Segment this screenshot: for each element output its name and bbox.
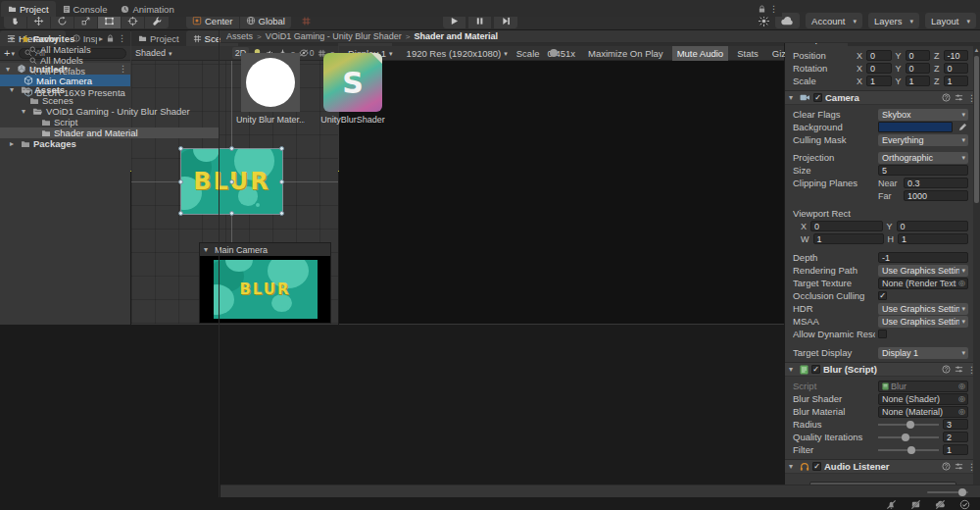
chevron-down-icon: ▾ <box>909 18 913 25</box>
project-folder-tree: ▾ Favorites All Materials All Models All… <box>0 30 220 497</box>
favorite-all-models[interactable]: All Models <box>0 55 219 66</box>
search-icon <box>29 68 37 76</box>
foldout-open-icon[interactable]: ▾ <box>10 34 18 43</box>
void1-folder-row[interactable]: ▾ VOiD1 Gaming - Unity Blur Shader <box>0 106 219 117</box>
search-icon <box>29 46 37 54</box>
material-sphere-preview <box>246 58 295 107</box>
notifications-muted-icon[interactable] <box>886 499 897 510</box>
scenes-folder-row[interactable]: Scenes <box>0 95 219 106</box>
favorites-row[interactable]: ▾ Favorites <box>0 33 219 44</box>
combined-transform-icon <box>127 16 138 26</box>
foldout-open-icon[interactable]: ▾ <box>10 85 18 94</box>
shader-material-folder-row[interactable]: Shader and Material <box>0 128 219 138</box>
check-status-icon[interactable] <box>959 499 970 510</box>
console-icon <box>63 5 71 14</box>
project-bottom-bar <box>220 484 980 497</box>
layout-dropdown[interactable]: Layout ▾ <box>925 13 976 28</box>
asset-label: Unity Blur Mater... <box>236 115 305 125</box>
foldout-open-icon[interactable]: ▾ <box>22 107 29 116</box>
collab-disabled-icon[interactable] <box>910 499 921 510</box>
favorites-label: Favorites <box>33 33 74 44</box>
tab-animation-label: Animation <box>132 4 173 15</box>
search-icon <box>29 57 37 65</box>
void1-folder-label: VOiD1 Gaming - Unity Blur Shader <box>46 106 190 117</box>
lock-icon[interactable] <box>759 5 765 13</box>
foldout-closed-icon[interactable]: ▸ <box>10 139 18 148</box>
rotate-icon <box>57 16 68 26</box>
grid-snap-icon <box>301 16 312 26</box>
asset-unity-blur-material[interactable]: Unity Blur Mater... <box>236 53 305 125</box>
material-thumbnail <box>241 53 300 112</box>
pivot-center-label: Center <box>205 16 233 26</box>
pause-icon <box>475 17 484 26</box>
folder-open-icon <box>21 85 31 94</box>
script-folder-label: Script <box>54 117 77 128</box>
layout-label: Layout <box>931 16 959 26</box>
project-content-area: Assets > VOiD1 Gaming - Unity Blur Shade… <box>220 30 980 497</box>
folder-icon <box>21 140 30 148</box>
shader-letter: S <box>342 66 364 100</box>
chevron-down-icon: ▾ <box>853 18 857 25</box>
asset-unity-blur-shader[interactable]: S UnityBlurShader <box>318 53 387 125</box>
cloud-disabled-icon[interactable] <box>935 499 946 510</box>
status-bar <box>0 498 980 510</box>
breadcrumb-assets[interactable]: Assets <box>226 31 253 41</box>
all-materials-label: All Materials <box>40 44 91 55</box>
layers-dropdown[interactable]: Layers ▾ <box>868 13 919 28</box>
favorite-all-prefabs[interactable]: All Prefabs <box>0 66 219 76</box>
shader-thumbnail: S <box>323 53 382 112</box>
folder-icon <box>41 119 51 127</box>
thumbnail-size-slider[interactable] <box>927 487 968 497</box>
step-icon <box>502 17 511 26</box>
asset-grid: Unity Blur Mater... S UnityBlurShader <box>220 43 980 125</box>
breadcrumb: Assets > VOiD1 Gaming - Unity Blur Shade… <box>220 30 980 43</box>
assets-label: Assets <box>34 84 65 95</box>
account-dropdown[interactable]: Account ▾ <box>806 13 862 28</box>
collab-status-icon[interactable] <box>759 16 769 26</box>
folder-icon <box>41 129 51 137</box>
account-label: Account <box>811 16 845 26</box>
globe-icon <box>246 16 256 26</box>
pivot-icon <box>192 16 202 26</box>
script-folder-row[interactable]: Script <box>0 117 219 128</box>
scale-icon <box>80 16 91 26</box>
hand-icon <box>10 16 21 26</box>
scenes-label: Scenes <box>42 95 74 106</box>
layers-label: Layers <box>874 16 903 26</box>
breadcrumb-void1[interactable]: VOiD1 Gaming - Unity Blur Shader <box>266 31 402 41</box>
play-icon <box>450 17 459 26</box>
shader-corner-fold <box>371 53 382 64</box>
rect-tool-icon <box>104 16 115 26</box>
folder-icon <box>29 97 39 105</box>
wrench-icon <box>152 16 163 26</box>
tab-animation[interactable]: Animation <box>114 1 180 17</box>
chevron-down-icon: ▾ <box>966 18 970 25</box>
cloud-icon <box>781 17 794 26</box>
tab-project[interactable]: Project <box>1 1 56 17</box>
packages-row[interactable]: ▸ Packages <box>0 138 219 149</box>
star-icon <box>21 34 30 44</box>
chevron-right-icon: > <box>406 32 411 41</box>
chevron-right-icon: > <box>257 32 262 41</box>
assets-folder-row[interactable]: ▾ Assets <box>0 84 219 95</box>
clock-icon <box>121 5 129 14</box>
breadcrumb-current[interactable]: Shader and Material <box>414 31 498 41</box>
packages-label: Packages <box>33 138 76 149</box>
favorite-all-materials[interactable]: All Materials <box>0 44 219 55</box>
folder-icon <box>8 5 17 13</box>
kebab-menu-icon[interactable]: ⋮ <box>769 4 778 14</box>
all-models-label: All Models <box>40 55 83 66</box>
tab-project-label: Project <box>20 4 49 15</box>
all-prefabs-label: All Prefabs <box>40 66 85 76</box>
folder-open-icon <box>32 107 43 116</box>
shader-material-folder-label: Shader and Material <box>54 128 138 138</box>
move-icon <box>33 16 44 26</box>
axis-global-label: Global <box>259 16 285 26</box>
asset-label: UnityBlurShader <box>320 115 385 125</box>
tab-console[interactable]: Console <box>56 1 115 17</box>
tab-console-label: Console <box>74 4 108 15</box>
